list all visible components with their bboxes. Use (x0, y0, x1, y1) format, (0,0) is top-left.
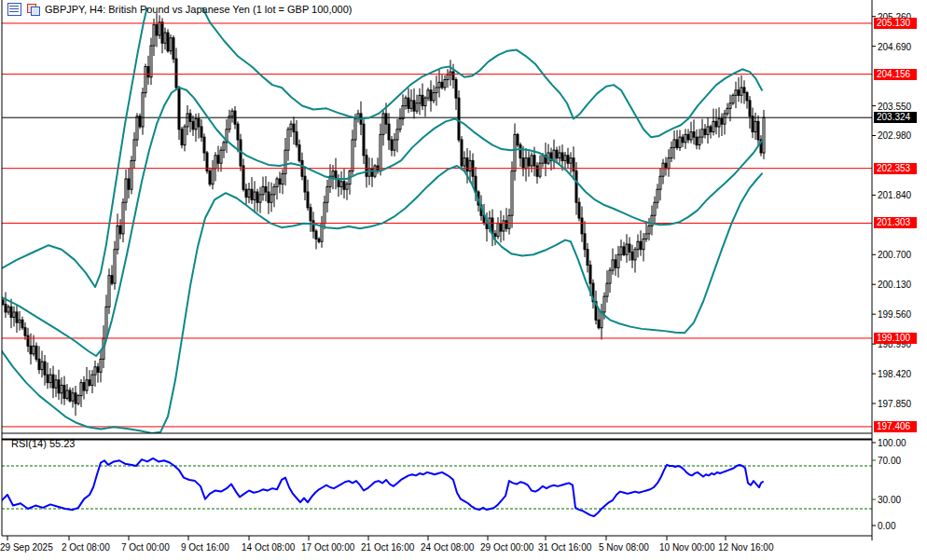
rsi-tick-label: 0.00 (878, 521, 895, 531)
time-tick-label: 17 Oct 00:00 (301, 542, 354, 553)
level-price-tag: 201.303 (874, 217, 917, 228)
price-tick-label: 202.980 (878, 130, 911, 141)
rsi-tick-label: 30.00 (878, 495, 901, 505)
time-tick-label: 14 Oct 08:00 (242, 542, 295, 553)
time-tick-label: 21 Oct 16:00 (361, 542, 414, 553)
current-price-tag: 203.324 (874, 112, 917, 123)
time-tick-label: 12 Nov 16:00 (718, 542, 774, 553)
price-tick-label: 201.840 (878, 190, 911, 200)
rsi-tick-label: 100.00 (878, 438, 906, 448)
time-tick-label: 2 Oct 08:00 (62, 542, 110, 553)
price-tick-label: 199.560 (878, 309, 911, 320)
main-chart-plot[interactable] (0, 0, 872, 433)
chart-list-icon[interactable] (7, 3, 21, 16)
level-price-tag: 197.406 (874, 421, 917, 432)
price-tick-label: 197.850 (878, 399, 911, 409)
time-tick-label: 9 Oct 16:00 (181, 542, 229, 553)
time-tick-label: 31 Oct 16:00 (538, 542, 591, 553)
price-tick-label: 200.130 (878, 280, 911, 290)
chart-header: GBPJPY, H4: British Pound vs Japanese Ye… (7, 3, 353, 16)
rsi-indicator-label: RSI(14) 55.23 (11, 438, 75, 449)
chart-canvas[interactable] (0, 0, 927, 560)
price-tick-label: 203.550 (878, 101, 911, 111)
time-tick-label: 5 Nov 08:00 (599, 542, 649, 553)
chart-windows-icon[interactable] (27, 4, 39, 15)
level-price-tag: 205.130 (874, 18, 917, 29)
rsi-plot[interactable] (2, 458, 872, 516)
chart-title: GBPJPY, H4: British Pound vs Japanese Ye… (45, 4, 353, 15)
bollinger-bands (0, 0, 762, 433)
level-price-tag: 199.100 (874, 333, 917, 344)
time-tick-label: 10 Nov 00:00 (659, 542, 715, 553)
price-tick-label: 204.690 (878, 41, 911, 51)
time-tick-label: 29 Oct 00:00 (480, 542, 533, 553)
price-tick-label: 198.420 (878, 369, 911, 379)
candlestick-series (2, 13, 765, 416)
rsi-tick-label: 70.00 (878, 456, 901, 466)
time-tick-label: 29 Sep 2025 (0, 542, 53, 553)
level-price-tag: 202.353 (874, 163, 917, 174)
time-tick-label: 24 Oct 08:00 (421, 542, 474, 553)
price-tick-label: 200.700 (878, 250, 911, 260)
level-price-tag: 204.156 (874, 69, 917, 80)
time-tick-label: 7 Oct 00:00 (121, 542, 170, 553)
chart-window: GBPJPY, H4: British Pound vs Japanese Ye… (0, 0, 927, 560)
